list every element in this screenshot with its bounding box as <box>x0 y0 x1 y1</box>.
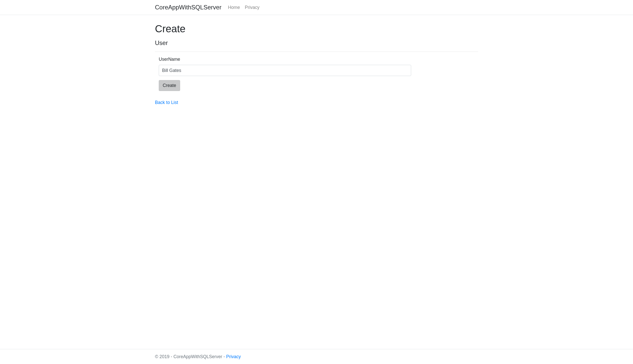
footer: © 2019 - CoreAppWithSQLServer - Privacy <box>0 349 633 364</box>
navbar: CoreAppWithSQLServer Home Privacy <box>0 0 633 15</box>
page-title: Create <box>155 21 478 36</box>
footer-privacy-link[interactable]: Privacy <box>226 354 241 359</box>
create-button[interactable]: Create <box>159 80 180 91</box>
page-subtitle: User <box>155 38 478 48</box>
username-label: UserName <box>159 56 180 63</box>
main-content: Create User UserName Create Back to List <box>0 15 633 349</box>
nav-link-home[interactable]: Home <box>225 2 242 13</box>
create-user-form: UserName Create <box>159 56 474 91</box>
back-to-list-link[interactable]: Back to List <box>155 99 178 106</box>
navbar-brand[interactable]: CoreAppWithSQLServer <box>155 3 221 12</box>
nav-link-privacy[interactable]: Privacy <box>242 2 262 13</box>
divider <box>155 52 478 52</box>
username-input[interactable] <box>159 65 411 76</box>
footer-copyright: © 2019 - CoreAppWithSQLServer - <box>155 354 226 359</box>
